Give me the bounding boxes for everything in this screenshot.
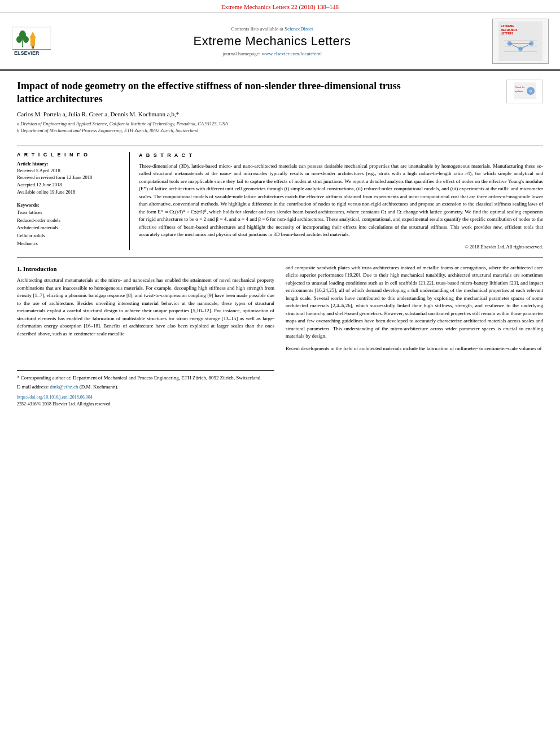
intro-paragraph-3: Recent developments in the field of arch… [286,345,543,353]
affiliations: a Division of Engineering and Applied Sc… [17,121,467,134]
svg-text:Check for: Check for [515,86,525,89]
article-info-column: A R T I C L E I N F O Article history: R… [17,152,130,250]
homepage-line: journal homepage: www.elsevier.com/locat… [52,51,492,56]
sciencedirect-link[interactable]: ScienceDirect [285,26,313,32]
article-main: Impact of node geometry on the effective… [0,71,560,408]
svg-point-5 [23,36,29,43]
doi-section: https://doi.org/10.1016/j.eml.2018.06.00… [17,394,274,408]
journal-right: EXTREME MECHANICS LETTERS [492,19,549,64]
issn-line: 2352-4316/© 2018 Elsevier Ltd. All right… [17,401,274,408]
contents-line: Contents lists available at ScienceDirec… [52,26,492,32]
copyright-line: © 2018 Elsevier Ltd. All rights reserved… [139,243,543,250]
intro-paragraph-2: and composite sandwich plates with truss… [286,264,543,340]
abstract-heading: A B S T R A C T [139,152,543,159]
intro-paragraph-1: Architecting structural metamaterials at… [17,277,274,338]
corresponding-author-footnote: * Corresponding author at: Department of… [17,374,274,382]
keyword-1: Truss lattices [17,209,123,217]
elsevier-logo: ELSEVIER [11,26,52,57]
keyword-4: Cellular solids [17,232,123,240]
revised-date: Received in revised form 12 June 2018 [17,174,123,181]
email-link[interactable]: dmk@ethz.ch [50,384,78,390]
available-date: Available online 19 June 2018 [17,189,123,196]
keyword-5: Mechanics [17,240,123,248]
doi-link[interactable]: https://doi.org/10.1016/j.eml.2018.06.00… [17,395,93,400]
footnote-section: * Corresponding author at: Department of… [17,370,274,390]
intro-right-column: and composite sandwich plates with truss… [286,264,543,408]
affiliation-b: b Department of Mechanical and Process E… [17,128,467,134]
authors-line: Carlos M. Portela a, Julia R. Greer a, D… [17,111,467,117]
journal-title: Extreme Mechanics Letters [52,34,492,49]
accepted-date: Accepted 12 June 2018 [17,182,123,189]
svg-text:ELSEVIER: ELSEVIER [14,50,40,56]
abstract-text: Three-dimensional (3D), lattice-based mi… [139,163,543,239]
svg-text:LETTERS: LETTERS [501,32,514,35]
abstract-column: A B S T R A C T Three-dimensional (3D), … [139,152,543,250]
keywords-heading: Keywords: [17,202,123,208]
check-updates-badge: Check for updates ↻ [506,80,543,103]
email-footnote: E-mail address: dmk@ethz.ch (D.M. Kochma… [17,383,274,391]
article-history-heading: Article history: [17,161,123,167]
journal-citation-bar: Extreme Mechanics Letters 22 (2018) 138–… [0,0,560,13]
journal-citation: Extreme Mechanics Letters 22 (2018) 138–… [221,3,339,10]
article-header-wrapper: Impact of node geometry on the effective… [17,80,543,140]
keyword-2: Reduced-order models [17,217,123,225]
authors-text: Carlos M. Portela a, Julia R. Greer a, D… [17,111,179,117]
svg-rect-8 [32,46,34,49]
svg-text:↻: ↻ [529,89,532,93]
received-date: Received 5 April 2018 [17,168,123,174]
keywords-list: Truss lattices Reduced-order models Arch… [17,209,123,247]
article-info-abstract-section: A R T I C L E I N F O Article history: R… [17,146,543,250]
homepage-link[interactable]: www.elsevier.com/locate/eml [262,51,322,56]
article-title: Impact of node geometry on the effective… [17,80,423,106]
article-info-heading: A R T I C L E I N F O [17,152,123,158]
journal-header: ELSEVIER Contents lists available at Sci… [0,13,560,71]
svg-text:updates: updates [515,90,523,93]
intro-left-column: 1. Introduction Architecting structural … [17,264,274,408]
journal-center: Contents lists available at ScienceDirec… [52,26,492,56]
journal-cover-thumbnail: EXTREME MECHANICS LETTERS [492,19,549,64]
svg-text:MECHANICS: MECHANICS [501,29,518,32]
affiliation-a: a Division of Engineering and Applied Sc… [17,121,467,128]
svg-point-19 [518,47,523,51]
svg-rect-6 [30,38,35,46]
introduction-section: 1. Introduction Architecting structural … [17,264,543,408]
logo-area: ELSEVIER [11,26,52,57]
section-divider [17,257,543,257]
svg-point-4 [16,36,22,43]
keyword-3: Architected materials [17,224,123,232]
svg-text:EXTREME: EXTREME [501,25,514,28]
intro-section-title: 1. Introduction [17,264,274,274]
